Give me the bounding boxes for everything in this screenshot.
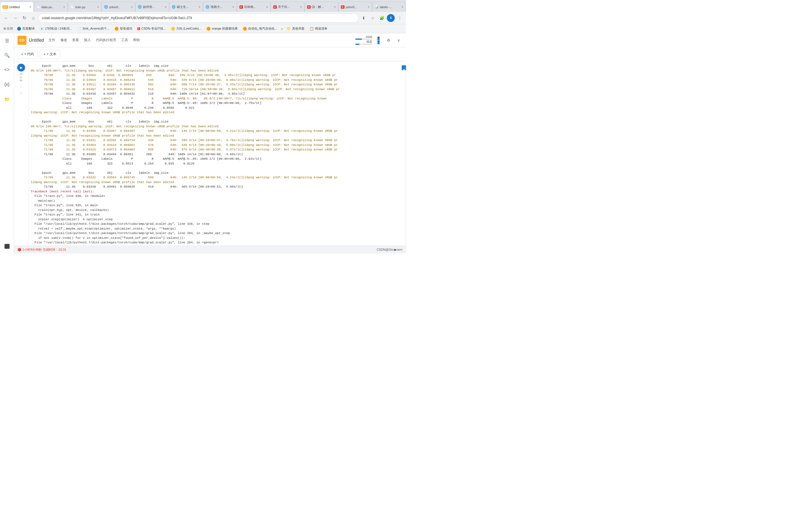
tab-how-label: 如何有...: [143, 5, 155, 9]
cell-left-gutter: ▶ 25 分 钟 ↑ ↓: [14, 62, 28, 245]
tab-about-close[interactable]: ×: [300, 5, 302, 9]
back-button[interactable]: ←: [2, 14, 10, 22]
sidebar-menu-icon[interactable]: ☰: [2, 36, 12, 46]
tab-qt-close[interactable]: ×: [334, 5, 336, 9]
menu-runtime[interactable]: 代码执行程序: [94, 37, 118, 44]
menu-button[interactable]: ⋮: [396, 14, 404, 22]
extension-button[interactable]: 🧩: [378, 14, 386, 22]
tab-yolov5b-label: yolov5...: [346, 5, 357, 9]
sidebar-variable-icon[interactable]: {x}: [2, 79, 12, 90]
profile-button[interactable]: S: [387, 14, 395, 22]
tab-qt[interactable]: C Qt：解... ×: [305, 2, 338, 12]
tab-master[interactable]: 🌐 硕士生... ×: [169, 2, 203, 12]
bookmark-csdn[interactable]: C CSDN-专业IT技...: [135, 25, 168, 32]
bookmarks-overflow[interactable]: »: [280, 27, 284, 31]
notebook-title[interactable]: Untitled: [29, 38, 44, 43]
add-code-button[interactable]: + + 代码: [17, 50, 38, 59]
menu-file[interactable]: 文件: [46, 37, 57, 44]
tab-labels-icon: 📊: [375, 5, 378, 9]
bookmark-xrange[interactable]: 🟠 xrange 的搜索结果: [204, 25, 240, 32]
tab-yolov5a-close[interactable]: ×: [131, 5, 133, 9]
tab-labels-label: labels -...: [380, 5, 393, 9]
sidebar-files-icon[interactable]: 📁: [2, 94, 12, 104]
sidebar-search-icon[interactable]: 🔍: [2, 50, 12, 60]
bookmark-other-icon: 📁: [287, 27, 291, 31]
add-text-button[interactable]: + + 文本: [40, 50, 60, 59]
bookmark-login-label: 登录成功: [120, 26, 132, 31]
tab-how-close[interactable]: ×: [165, 5, 167, 9]
tab-colab[interactable]: CO Untitled ×: [0, 2, 34, 12]
bookmark-other[interactable]: 📁 其他书签: [285, 25, 307, 32]
tab-data-label: data.ya...: [42, 5, 54, 9]
bookmark-xrange-icon: 🟠: [206, 27, 211, 31]
bookmark-readlist[interactable]: 📋 阅读清单: [307, 25, 329, 32]
tab-yolov5b[interactable]: C yolov5... ×: [338, 2, 372, 12]
ram-fill: [355, 39, 362, 40]
menu-view[interactable]: 查看: [70, 37, 81, 44]
tab-data[interactable]: 📄 data.ya... ×: [34, 2, 68, 12]
tab-yolov5b-close[interactable]: ×: [368, 5, 370, 9]
cell-output-wrapper: Epoch gpu_mem box obj cls labels img_siz…: [28, 62, 406, 245]
menu-edit[interactable]: 修改: [58, 37, 69, 44]
home-button[interactable]: ⌂: [29, 14, 37, 22]
bookmarks-bar: ⊞ 应用 🔵 百度翻译 📧 (7封私信 / 24条消... 📄 Sink_Ars…: [0, 24, 406, 33]
bookmark-xrange-label: xrange 的搜索结果: [212, 26, 238, 31]
header-right: RAM 磁盘 👤👤 ⚙ ∨: [355, 36, 403, 45]
add-code-plus-icon: +: [21, 52, 23, 56]
bookmark-baidu-label: 百度翻译: [22, 26, 35, 31]
ram-label: RAM: [366, 36, 372, 39]
content-area: ☰ 🔍 <> {x} 📁 ⬛ CO Untitled 文件 修改 查看 插入 代…: [0, 33, 406, 253]
bookmark-email-label: (7封私信 / 24条消...: [45, 26, 72, 31]
chevron-down-icon[interactable]: ∨: [395, 36, 403, 44]
address-input[interactable]: [38, 13, 359, 22]
connect-button[interactable]: 👤👤: [374, 36, 382, 44]
tab-labels-close[interactable]: ×: [402, 5, 403, 9]
bookmark-auto[interactable]: 🟠 自动化_电气自动化...: [241, 25, 280, 32]
tab-about[interactable]: C 关于目... ×: [271, 2, 305, 12]
menu-insert[interactable]: 插入: [82, 37, 93, 44]
tab-data-close[interactable]: ×: [63, 5, 65, 9]
sidebar-terminal-icon[interactable]: ⬛: [2, 241, 12, 251]
cell-area[interactable]: ▶ 25 分 钟 ↑ ↓ Epoch gpu_: [14, 61, 406, 245]
tab-about-label: 关于目...: [278, 5, 290, 9]
tab-target[interactable]: C 目标检... ×: [237, 2, 271, 12]
bookmark-sink[interactable]: 📄 Sink_Arsenic的个...: [75, 25, 111, 32]
tab-train[interactable]: 📄 train.py ×: [68, 2, 101, 12]
settings-button[interactable]: ⚙: [385, 36, 393, 44]
show-hide-panel-button[interactable]: 显示/隐 藏标题: [402, 65, 406, 70]
menu-tools[interactable]: 工具: [119, 37, 130, 44]
bookmark-leetcode[interactable]: 🟡 力扣 (LeetCode)...: [168, 25, 204, 32]
cell-action-down[interactable]: ↓: [18, 90, 24, 96]
tab-train-icon: 📄: [70, 5, 74, 9]
bookmark-baidu[interactable]: 🔵 百度翻译: [15, 25, 37, 32]
tab-colab-close[interactable]: ×: [29, 5, 31, 9]
status-error: 🔴 1小时9分36秒 完成时间：15:31: [17, 247, 66, 252]
address-bar-row: ← → ↻ ⌂ ⬇ ☆ 🧩 S ⋮: [0, 12, 406, 24]
tab-hainan[interactable]: 🌐 海南大... ×: [203, 2, 237, 12]
bookmark-sink-icon: 📄: [77, 27, 81, 31]
tab-train-close[interactable]: ×: [97, 5, 99, 9]
tab-target-close[interactable]: ×: [266, 5, 268, 9]
disk-label: 磁盘: [366, 40, 372, 44]
tab-master-close[interactable]: ×: [199, 5, 200, 9]
tab-yolov5a[interactable]: 🌐 yolov5... ×: [101, 2, 135, 12]
tab-hainan-close[interactable]: ×: [232, 5, 234, 9]
sidebar-code-icon[interactable]: <>: [2, 65, 12, 75]
tab-labels[interactable]: 📊 labels -... ×: [372, 2, 406, 12]
forward-button[interactable]: →: [11, 14, 19, 22]
apps-icon[interactable]: ⊞ 应用: [2, 26, 14, 31]
tab-how[interactable]: 🌐 如何有... ×: [135, 2, 169, 12]
tab-target-label: 目标检...: [244, 5, 256, 9]
menu-help[interactable]: 帮助: [131, 37, 142, 44]
tab-master-icon: 🌐: [172, 5, 175, 9]
bookmark-login[interactable]: 🟠 登录成功: [112, 25, 135, 32]
reload-button[interactable]: ↻: [20, 14, 28, 22]
run-button[interactable]: ▶: [17, 64, 25, 71]
ram-indicator: RAM 磁盘: [355, 36, 372, 45]
notebook-toolbar: + + 代码 + + 文本: [14, 47, 406, 61]
bookmark-star-button[interactable]: ☆: [369, 14, 377, 22]
download-icon-button[interactable]: ⬇: [360, 14, 368, 22]
cell-action-up[interactable]: ↑: [18, 83, 24, 89]
browser-frame: CO Untitled × 📄 data.ya... × 📄 train.py …: [0, 0, 406, 253]
bookmark-email[interactable]: 📧 (7封私信 / 24条消...: [38, 25, 74, 32]
